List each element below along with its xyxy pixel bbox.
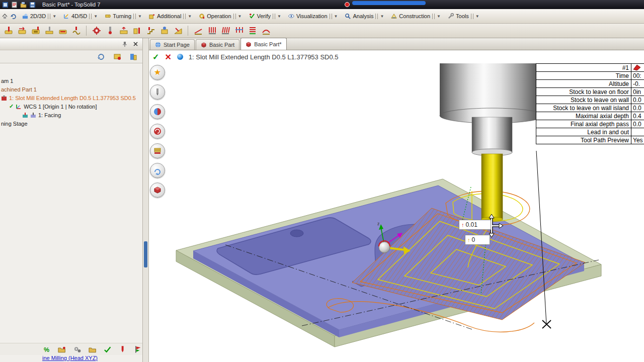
- tree-item-machining-stage[interactable]: ning Stage: [0, 119, 142, 128]
- finish-pass-icon[interactable]: [260, 25, 272, 37]
- param-value[interactable]: 00:: [631, 72, 644, 79]
- param-row-operation[interactable]: #1: [536, 63, 644, 72]
- home-icon[interactable]: [2, 13, 8, 20]
- menu-operation[interactable]: Operation ▼: [195, 10, 245, 22]
- drilling-icon[interactable]: [43, 25, 55, 37]
- plate-arrow-icon[interactable]: [117, 25, 130, 37]
- param-value[interactable]: 0in: [631, 88, 644, 96]
- param-value[interactable]: -0.: [631, 80, 644, 87]
- category-tool-button[interactable]: [150, 84, 165, 100]
- tree-item-program[interactable]: am 1: [0, 76, 142, 85]
- help-sphere-icon[interactable]: [177, 54, 183, 60]
- angle-mill-icon[interactable]: [172, 25, 184, 37]
- category-favorites-button[interactable]: ★: [150, 65, 165, 80]
- param-value[interactable]: [631, 64, 644, 71]
- cutting-tool[interactable]: [481, 154, 503, 222]
- tool-gear-icon[interactable]: [90, 25, 103, 37]
- folder-icon[interactable]: [88, 345, 97, 354]
- tree-item-wcs[interactable]: ✓ WCS 1 [Origin 1 | No rotation]: [0, 102, 142, 111]
- probe-icon[interactable]: [104, 25, 116, 37]
- cancel-icon[interactable]: ✕: [165, 52, 171, 62]
- depth-input-1[interactable]: ↑ 0.01: [459, 220, 491, 230]
- pocketing-icon[interactable]: [29, 25, 42, 37]
- param-row-time[interactable]: Time 00:: [536, 71, 644, 80]
- tree-item-facing[interactable]: 1: Facing: [0, 111, 142, 119]
- param-value[interactable]: 0.0: [631, 96, 644, 104]
- facing-icon[interactable]: [2, 25, 15, 37]
- surfacing-icon[interactable]: [70, 25, 83, 37]
- category-linking-button[interactable]: [150, 163, 165, 178]
- slotting-icon[interactable]: [56, 25, 69, 37]
- tab-basic-part[interactable]: Basic Part: [196, 39, 239, 50]
- rake-icon[interactable]: [246, 25, 259, 37]
- param-row-altitude[interactable]: Altitude -0.: [536, 79, 644, 88]
- param-row-stock-wall-island[interactable]: Stock to leave on wall island 0.0: [536, 104, 644, 112]
- tree-item-machined-part[interactable]: achined Part 1: [0, 85, 142, 94]
- param-value[interactable]: 0.0: [631, 104, 644, 112]
- param-value[interactable]: [631, 128, 644, 136]
- depth-value-2[interactable]: 0: [472, 236, 475, 243]
- menu-analysis[interactable]: Analysis ▼: [341, 10, 387, 22]
- filter-icon[interactable]: [113, 53, 121, 61]
- tab-basic-part-modified[interactable]: Basic Part*: [240, 38, 286, 50]
- param-row-final-axial-pass[interactable]: Final axial depth pass 0.0: [536, 120, 644, 128]
- status-link[interactable]: ine Milling (Head XYZ): [42, 355, 98, 362]
- percent-sync-icon[interactable]: %: [42, 345, 51, 354]
- menu-visualization[interactable]: Visualization ▼: [285, 10, 341, 22]
- chevron-down-icon: ▼: [94, 14, 98, 19]
- menu-2d3d[interactable]: 2D/3D ▼: [19, 10, 60, 22]
- menu-label: Tools: [456, 13, 469, 19]
- flag-icon[interactable]: [134, 345, 142, 354]
- new-document-icon[interactable]: [11, 2, 18, 8]
- depth-value-1[interactable]: 0.01: [466, 221, 477, 228]
- confirm-icon[interactable]: ✓: [152, 52, 159, 62]
- menu-verify[interactable]: Verify ▼: [246, 10, 285, 22]
- save-icon[interactable]: [29, 2, 36, 8]
- depth-input-2[interactable]: ↑ 0: [465, 235, 490, 245]
- open-folder-icon[interactable]: [57, 345, 66, 354]
- axis-z-label: z: [377, 221, 380, 226]
- block-tool-icon[interactable]: [158, 25, 171, 37]
- param-value[interactable]: Yes: [631, 136, 644, 144]
- contouring-icon[interactable]: [16, 25, 28, 37]
- splitter-thumb[interactable]: [144, 241, 147, 267]
- panel-splitter[interactable]: [143, 38, 149, 362]
- verify-check-icon[interactable]: [103, 345, 112, 354]
- param-label: Stock to leave on floor: [536, 88, 631, 96]
- options-icon[interactable]: [129, 53, 137, 61]
- menu-construction[interactable]: Construction ▼: [387, 10, 444, 22]
- menu-turning[interactable]: Turning ▼: [101, 10, 145, 22]
- param-value[interactable]: 0.0: [631, 120, 644, 128]
- category-passes-button[interactable]: [150, 143, 165, 158]
- close-icon[interactable]: [133, 41, 138, 47]
- step-mill-icon[interactable]: [144, 25, 157, 37]
- app-icon[interactable]: [2, 2, 9, 8]
- param-row-toolpath-preview[interactable]: Tool Path Preview Yes: [536, 136, 644, 144]
- param-row-lead-in-out[interactable]: Lead in and out: [536, 128, 644, 136]
- category-geometry-button[interactable]: [150, 104, 165, 119]
- param-label: Lead in and out: [536, 129, 631, 136]
- spindle[interactable]: [440, 63, 544, 156]
- comb-slant-icon[interactable]: [219, 25, 231, 37]
- menu-4d5d[interactable]: 4D/5D ▼: [60, 10, 101, 22]
- param-row-stock-wall[interactable]: Stock to leave on wall 0.0: [536, 96, 644, 104]
- param-row-stock-floor[interactable]: Stock to leave on floor 0in: [536, 87, 644, 96]
- gears-icon[interactable]: [73, 345, 82, 354]
- comb-cross-icon[interactable]: [232, 25, 245, 37]
- side-mill-icon[interactable]: [131, 25, 143, 37]
- comb-vertical-icon[interactable]: [205, 25, 218, 37]
- open-document-icon[interactable]: [20, 2, 27, 8]
- menu-additional[interactable]: Additional ▼: [145, 10, 195, 22]
- red-tool-icon[interactable]: [118, 345, 127, 354]
- category-misc-button[interactable]: [150, 183, 165, 198]
- category-strategy-button[interactable]: [150, 124, 165, 139]
- ramp-icon[interactable]: [192, 25, 204, 37]
- menu-tools[interactable]: Tools ▼: [444, 10, 483, 22]
- undo-icon[interactable]: [10, 13, 17, 20]
- tree-item-slot-mill-selected[interactable]: 1: Slot Mill Extended Length D0.5 L1.377…: [0, 94, 142, 102]
- tab-start-page[interactable]: Start Page: [150, 39, 195, 50]
- refresh-icon[interactable]: [97, 53, 105, 61]
- param-row-max-axial-depth[interactable]: Maximal axial depth 0.4: [536, 112, 644, 120]
- pin-icon[interactable]: [122, 41, 128, 47]
- param-value[interactable]: 0.4: [631, 112, 644, 120]
